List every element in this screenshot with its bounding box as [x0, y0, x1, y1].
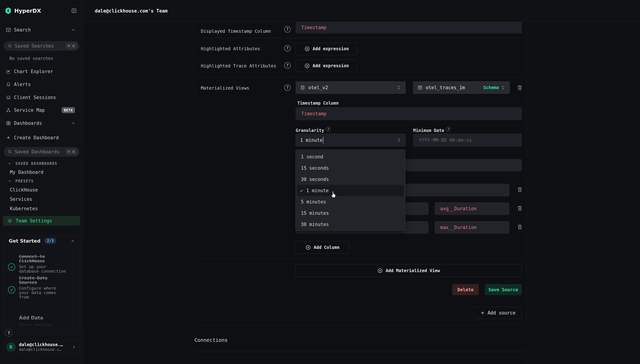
- sidebar: HyperDX Search Saved Searches ⌘ K No sav…: [0, 0, 83, 364]
- database-icon: [300, 85, 305, 90]
- mv-column-alias-input[interactable]: max__Duration: [435, 221, 509, 234]
- help-icon[interactable]: [284, 62, 291, 69]
- help-icon[interactable]: [284, 84, 291, 91]
- step-desc: Configure where: [19, 286, 56, 290]
- sidebar-item-my-dashboard[interactable]: My Dashboard: [0, 168, 83, 177]
- sidebar-item-team-settings[interactable]: Team Settings: [3, 216, 80, 226]
- delete-column-button[interactable]: [516, 186, 523, 193]
- step-desc: Set up your: [19, 264, 66, 269]
- get-started-header[interactable]: Get Started 2/3: [9, 238, 56, 244]
- help-icon[interactable]: [284, 26, 291, 32]
- chevron-up-icon[interactable]: [71, 28, 76, 32]
- step-title: ClickHouse: [19, 259, 66, 263]
- dropdown-option[interactable]: 1 second: [297, 151, 404, 162]
- sidebar-item-services[interactable]: Services: [0, 195, 83, 204]
- highlighted-attributes-label: Highlighted Attributes: [201, 46, 260, 51]
- help-icon[interactable]: [446, 127, 451, 132]
- sidebar-item-dashboards[interactable]: Dashboards: [0, 118, 83, 128]
- input-value: avg__Duration: [440, 206, 477, 211]
- delete-column-button[interactable]: [516, 224, 523, 230]
- connections-title: Connections: [194, 337, 228, 343]
- mv-timestamp-column-input[interactable]: Timestamp: [296, 107, 522, 120]
- sidebar-item-label: Alerts: [14, 82, 31, 87]
- sidebar-item-clickhouse[interactable]: ClickHouse: [0, 186, 83, 194]
- avatar: D: [6, 342, 16, 352]
- add-source-button[interactable]: Add source: [474, 307, 522, 319]
- table-icon: [417, 85, 422, 90]
- sidebar-item-chart-explorer[interactable]: Chart Explorer: [0, 66, 83, 76]
- add-materialized-view-button[interactable]: Add Materialized View: [296, 264, 522, 277]
- group-saved-dashboards[interactable]: SAVED DASHBOARDS: [8, 162, 57, 166]
- sidebar-item-client-sessions[interactable]: Client Sessions: [0, 92, 83, 102]
- delete-source-button[interactable]: Delete: [452, 284, 479, 295]
- sidebar-item-alerts[interactable]: Alerts: [0, 80, 83, 90]
- sidebar-item-label: Service Map: [14, 108, 45, 113]
- step-create-data-sources[interactable]: Create Data Sources Configure where your…: [19, 276, 56, 300]
- minimum-date-input[interactable]: YYYY-MM-DD HH:mm:ss: [413, 134, 522, 146]
- materialized-views-label: Materialized Views: [201, 86, 249, 91]
- chevron-down-icon: [8, 162, 12, 166]
- input-value: Timestamp: [301, 25, 326, 30]
- add-expression-button[interactable]: Add expression: [296, 42, 358, 55]
- trash-icon: [517, 186, 523, 192]
- sidebar-item-service-map[interactable]: Service Map BETA: [0, 105, 83, 115]
- minimum-date-label: Minimum Date: [413, 128, 451, 133]
- dropdown-option[interactable]: 15 minutes: [297, 208, 404, 219]
- chevron-up-icon[interactable]: [71, 239, 75, 243]
- trash-icon: [517, 205, 523, 211]
- sub-item-label: ClickHouse: [10, 187, 38, 192]
- sidebar-collapse-button[interactable]: [71, 8, 77, 14]
- saved-dashboards-input[interactable]: Saved Dashboards ⌘ K: [4, 147, 80, 156]
- shortcut-badge: ⌘ K: [66, 43, 77, 49]
- chevron-up-icon[interactable]: [71, 121, 76, 126]
- help-icon[interactable]: [326, 127, 331, 132]
- create-dashboard-button[interactable]: Create Dashboard: [0, 133, 83, 143]
- schema-badge[interactable]: Schema: [483, 85, 499, 90]
- displayed-timestamp-input[interactable]: Timestamp: [296, 22, 522, 34]
- app-root: HyperDX Search Saved Searches ⌘ K No sav…: [0, 0, 640, 364]
- add-column-button[interactable]: Add Column: [296, 241, 349, 254]
- dropdown-option-selected[interactable]: 1 minute: [297, 185, 404, 196]
- sidebar-item-label: Client Sessions: [14, 95, 56, 100]
- step-title: Create Data: [19, 276, 56, 280]
- mv-table-select[interactable]: otel_traces_1m Schema: [413, 81, 510, 94]
- saved-searches-placeholder: Saved Searches: [15, 43, 66, 49]
- mv-column-alias-input[interactable]: avg__Duration: [435, 202, 509, 215]
- help-button[interactable]: [5, 329, 13, 337]
- mv-database-select[interactable]: otel_v2: [296, 81, 406, 94]
- delete-materialized-view-button[interactable]: [516, 84, 523, 91]
- shortcut-badge: ⌘ K: [66, 149, 77, 155]
- granularity-input[interactable]: 1 minute: [296, 134, 406, 146]
- dropdown-option[interactable]: 30 minutes: [297, 219, 404, 230]
- step-connect-clickhouse[interactable]: Connect to ClickHouse Set up your databa…: [19, 254, 66, 274]
- no-saved-searches-text: No saved searches: [9, 56, 53, 61]
- sub-item-label: Kubernetes: [10, 206, 38, 211]
- chevron-down-icon: [8, 179, 12, 183]
- chevron-up-down-icon: [501, 85, 505, 90]
- dropdown-option[interactable]: 5 minutes: [297, 196, 404, 208]
- sub-item-label: My Dashboard: [10, 170, 44, 175]
- saved-searches-input[interactable]: Saved Searches ⌘ K: [4, 41, 80, 51]
- select-value: otel_v2: [308, 85, 328, 90]
- delete-column-button[interactable]: [516, 205, 523, 212]
- step-add-data[interactable]: Add Data Start sending logs, metrics, or…: [19, 315, 61, 335]
- group-presets[interactable]: PRESETS: [8, 179, 34, 183]
- save-source-button[interactable]: Save Source: [485, 284, 522, 295]
- step-desc: your data comes: [19, 290, 56, 295]
- button-label: Add expression: [313, 63, 349, 68]
- sidebar-item-label: Dashboards: [14, 120, 42, 126]
- user-menu[interactable]: D dale@clickhouse.… dale@clickhouse.c…: [3, 340, 80, 354]
- get-started-card: Get Started 2/3 Connect to ClickHouse Se…: [3, 235, 80, 335]
- dropdown-option[interactable]: 15 seconds: [297, 162, 404, 174]
- sidebar-item-kubernetes[interactable]: Kubernetes: [0, 204, 83, 213]
- mv-timestamp-column-label: Timestamp Column: [297, 101, 339, 106]
- step-desc: Start sending: [19, 322, 61, 328]
- team-settings-label: Team Settings: [16, 218, 52, 224]
- bell-icon: [5, 82, 12, 87]
- add-expression-button[interactable]: Add expression: [296, 60, 358, 72]
- help-icon[interactable]: [284, 45, 291, 52]
- sidebar-item-search[interactable]: Search: [0, 25, 83, 35]
- dropdown-option[interactable]: 30 seconds: [297, 174, 404, 185]
- step-desc: from: [19, 295, 56, 300]
- highlighted-trace-attributes-label: Highlighted Trace Attributes: [201, 63, 276, 68]
